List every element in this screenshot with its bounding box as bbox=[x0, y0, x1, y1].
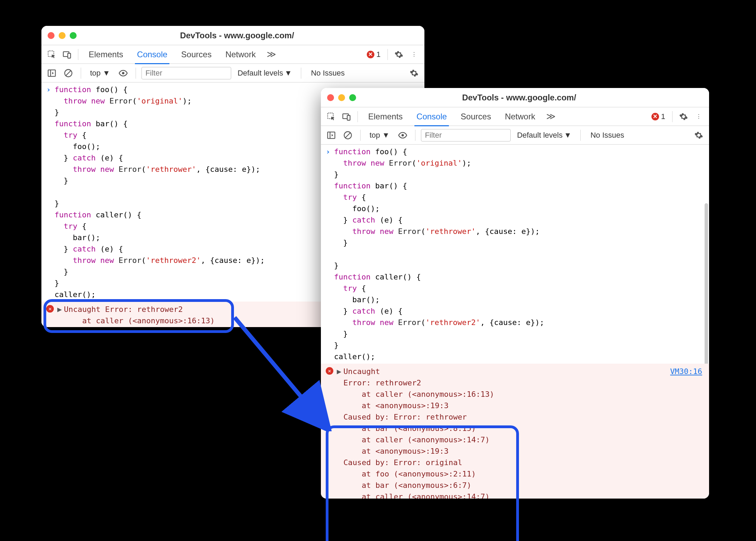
console-toolbar: top ▼ Default levels ▼ No Issues bbox=[41, 64, 424, 82]
settings-gear-icon[interactable] bbox=[392, 48, 406, 61]
console-settings-gear-icon[interactable] bbox=[692, 128, 706, 142]
error-message-row[interactable]: ✕ ▶ Uncaught Error: rethrower2 at caller… bbox=[321, 364, 709, 499]
expand-icon[interactable]: ▶ bbox=[337, 366, 341, 499]
titlebar: DevTools - www.google.com/ bbox=[321, 88, 709, 107]
devtools-window-after: DevTools - www.google.com/ Elements Cons… bbox=[321, 88, 709, 499]
clear-console-icon[interactable] bbox=[341, 128, 355, 142]
settings-gear-icon[interactable] bbox=[677, 110, 690, 124]
device-toolbar-icon[interactable] bbox=[340, 110, 353, 124]
levels-dropdown[interactable]: Default levels ▼ bbox=[513, 131, 575, 140]
separator bbox=[301, 68, 301, 79]
titlebar: DevTools - www.google.com/ bbox=[41, 26, 424, 45]
dropdown-icon: ▼ bbox=[564, 131, 571, 140]
dropdown-icon: ▼ bbox=[382, 131, 390, 140]
window-title: DevTools - www.google.com/ bbox=[77, 31, 397, 40]
dropdown-icon: ▼ bbox=[284, 69, 292, 78]
error-text: Uncaught Error: rethrower2 at caller (<a… bbox=[343, 366, 670, 499]
error-icon: ✕ bbox=[367, 51, 374, 58]
tabbar: Elements Console Sources Network ≫ ✕ 1 ⋮ bbox=[41, 45, 424, 64]
inspect-icon[interactable] bbox=[324, 110, 338, 124]
error-icon: ✕ bbox=[326, 367, 333, 375]
separator bbox=[136, 68, 136, 79]
tabbar: Elements Console Sources Network ≫ ✕ 1 ⋮ bbox=[321, 107, 709, 126]
issues-label: No Issues bbox=[586, 131, 628, 140]
context-label: top bbox=[370, 131, 380, 140]
minimize-button[interactable] bbox=[338, 94, 345, 101]
separator bbox=[78, 49, 78, 60]
svg-rect-10 bbox=[347, 115, 350, 120]
tab-sources[interactable]: Sources bbox=[454, 107, 497, 126]
levels-dropdown[interactable]: Default levels ▼ bbox=[234, 69, 295, 78]
code-block: function foo() { throw new Error('origin… bbox=[334, 146, 704, 362]
svg-point-15 bbox=[402, 134, 404, 136]
error-icon: ✕ bbox=[46, 305, 54, 313]
zoom-button[interactable] bbox=[70, 32, 77, 39]
svg-line-6 bbox=[66, 71, 71, 76]
svg-rect-2 bbox=[68, 53, 70, 58]
sidebar-toggle-icon[interactable] bbox=[45, 66, 59, 80]
more-tabs-icon[interactable]: ≫ bbox=[263, 49, 279, 60]
more-options-icon[interactable]: ⋮ bbox=[407, 48, 421, 61]
separator bbox=[672, 111, 672, 122]
sidebar-toggle-icon[interactable] bbox=[324, 128, 338, 142]
svg-point-7 bbox=[122, 72, 125, 74]
expand-icon[interactable]: ▶ bbox=[57, 304, 62, 327]
svg-rect-11 bbox=[328, 132, 335, 138]
console-settings-gear-icon[interactable] bbox=[407, 66, 421, 80]
error-source-link[interactable]: VM30:16 bbox=[670, 366, 704, 499]
separator bbox=[360, 130, 361, 141]
tab-elements[interactable]: Elements bbox=[82, 45, 129, 64]
levels-label: Default levels bbox=[237, 69, 283, 78]
tab-sources[interactable]: Sources bbox=[175, 45, 218, 64]
context-selector[interactable]: top ▼ bbox=[87, 69, 114, 78]
error-count-badge[interactable]: ✕ 1 bbox=[649, 112, 668, 121]
device-toolbar-icon[interactable] bbox=[60, 48, 74, 61]
clear-console-icon[interactable] bbox=[61, 66, 75, 80]
filter-input[interactable] bbox=[421, 129, 511, 141]
console-toolbar: top ▼ Default levels ▼ No Issues bbox=[321, 126, 709, 145]
more-tabs-icon[interactable]: ≫ bbox=[543, 111, 559, 122]
separator bbox=[387, 49, 388, 60]
zoom-button[interactable] bbox=[349, 94, 356, 101]
minimize-button[interactable] bbox=[59, 32, 66, 39]
context-selector[interactable]: top ▼ bbox=[366, 131, 393, 140]
issues-label: No Issues bbox=[307, 69, 349, 78]
close-button[interactable] bbox=[48, 32, 55, 39]
live-expression-icon[interactable] bbox=[396, 128, 410, 142]
traffic-lights bbox=[327, 94, 356, 101]
tab-elements[interactable]: Elements bbox=[362, 107, 409, 126]
error-count-badge[interactable]: ✕ 1 bbox=[364, 50, 383, 59]
levels-label: Default levels bbox=[517, 131, 562, 140]
svg-rect-3 bbox=[48, 70, 56, 76]
live-expression-icon[interactable] bbox=[116, 66, 130, 80]
svg-line-16 bbox=[235, 317, 324, 424]
more-options-icon[interactable]: ⋮ bbox=[692, 110, 706, 124]
error-count: 1 bbox=[661, 112, 665, 121]
tab-console[interactable]: Console bbox=[131, 45, 174, 64]
filter-input[interactable] bbox=[141, 67, 231, 79]
inspect-icon[interactable] bbox=[45, 48, 59, 61]
separator bbox=[81, 68, 81, 79]
dropdown-icon: ▼ bbox=[103, 69, 110, 78]
prompt-icon: › bbox=[46, 84, 55, 300]
comparison-arrow bbox=[231, 311, 335, 431]
error-count: 1 bbox=[376, 50, 381, 59]
window-title: DevTools - www.google.com/ bbox=[356, 93, 682, 102]
console-input-entry: › function foo() { throw new Error('orig… bbox=[321, 145, 709, 364]
separator bbox=[415, 130, 415, 141]
tab-console[interactable]: Console bbox=[410, 107, 453, 126]
tab-network[interactable]: Network bbox=[219, 45, 262, 64]
close-button[interactable] bbox=[327, 94, 334, 101]
svg-line-14 bbox=[345, 133, 350, 138]
separator bbox=[580, 130, 581, 141]
tab-network[interactable]: Network bbox=[499, 107, 541, 126]
separator bbox=[357, 111, 358, 122]
error-icon: ✕ bbox=[651, 113, 659, 120]
console-body[interactable]: › function foo() { throw new Error('orig… bbox=[321, 145, 709, 499]
context-label: top bbox=[90, 69, 101, 78]
prompt-icon: › bbox=[326, 146, 334, 362]
traffic-lights bbox=[48, 32, 77, 39]
